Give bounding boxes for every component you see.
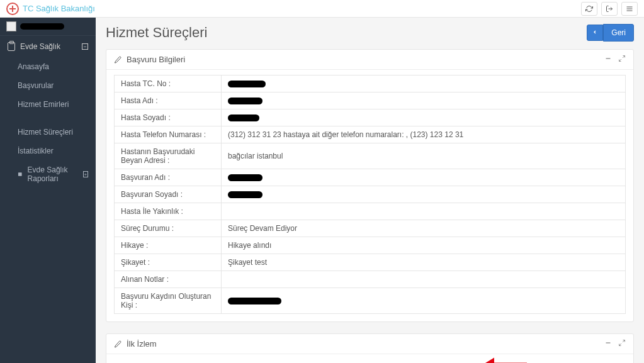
arrow-callout-icon [479, 356, 529, 363]
sidebar-item-hizmet-surecleri[interactable]: Hizmet Süreçleri [0, 123, 96, 142]
panel-basvuru-bilgileri: Başvuru Bilgileri Hasta TC. No :Hasta Ad… [106, 49, 634, 322]
table-row: Süreç Durumu :Süreç Devam Ediyor [115, 220, 626, 237]
brand: TC Sağlık Bakanlığı [6, 3, 95, 15]
brand-logo-icon [6, 3, 19, 15]
field-value [222, 75, 626, 92]
redacted-value [228, 81, 266, 87]
back-button[interactable]: Geri [587, 24, 634, 42]
field-label: Hasta Telefon Numarası : [115, 126, 222, 143]
redacted-value [228, 191, 263, 198]
minus-icon [604, 55, 612, 62]
panel-header: İlk İzlem [106, 334, 633, 354]
table-row: Hastanın Başvurudaki Beyan Adresi :bağcı… [115, 143, 626, 169]
sidebar-item-istatistikler[interactable]: İstatistikler [0, 142, 96, 160]
info-table: Hasta TC. No :Hasta Adı :Hasta Soyadı :H… [114, 75, 626, 314]
topbar: TC Sağlık Bakanlığı [0, 0, 644, 18]
svg-marker-10 [479, 358, 527, 363]
panel-title: İlk İzlem [127, 339, 157, 349]
sidebar-section-label: Evde Sağlık [20, 42, 60, 51]
panel-ilk-izlem: İlk İzlem Bireyin izlemlerinde girilen "… [106, 333, 634, 363]
user-panel [0, 18, 96, 36]
menu-icon [626, 5, 633, 13]
svg-rect-3 [18, 172, 22, 176]
brand-title: TC Sağlık Bakanlığı [23, 4, 95, 13]
sidebar-section-header[interactable]: Evde Sağlık − [0, 36, 96, 57]
sidebar-item-label: Evde Sağlık Raporları [28, 165, 83, 183]
table-row: Alınan Notlar : [115, 271, 626, 288]
refresh-button[interactable] [581, 2, 597, 16]
redacted-value [228, 298, 281, 304]
table-row: Hasta Soyadı : [115, 109, 626, 126]
table-row: Hikaye :Hikaye alındı [115, 237, 626, 254]
logout-button[interactable] [601, 2, 618, 16]
panel-expand-button[interactable] [618, 339, 626, 349]
panel-expand-button[interactable] [618, 55, 626, 64]
table-row: Başvuran Soyadı : [115, 186, 626, 203]
table-row: Hasta Adı : [115, 92, 626, 109]
svg-line-9 [619, 343, 622, 346]
field-label: Hasta Soyadı : [115, 109, 222, 126]
redacted-value [228, 174, 263, 181]
panel-title: Başvuru Bilgileri [127, 55, 185, 64]
sidebar-item-label: İstatistikler [18, 147, 54, 155]
menu-button[interactable] [621, 2, 638, 16]
field-value: (312) 312 31 23 hastaya ait diğer telefo… [222, 126, 626, 143]
user-name-redacted [20, 23, 64, 30]
sidebar-item-hizmet-emirleri[interactable]: Hizmet Emirleri [0, 95, 96, 114]
field-label: Başvuran Soyadı : [115, 186, 222, 203]
redacted-value [228, 114, 259, 121]
sidebar-item-raporlari[interactable]: Evde Sağlık Raporları + [0, 160, 96, 188]
collapse-icon: − [82, 43, 88, 50]
panel-collapse-button[interactable] [604, 339, 612, 349]
user-avatar [6, 21, 16, 31]
fullscreen-icon [618, 339, 626, 347]
field-value [222, 186, 626, 203]
chevron-left-icon [587, 25, 603, 41]
table-row: Başvuran Adı : [115, 169, 626, 186]
main-content: Hizmet Süreçleri Geri Başvuru Bilgileri [96, 18, 644, 363]
table-row: Şikayet :Şikayet test [115, 254, 626, 271]
field-value [222, 109, 626, 126]
panel-header: Başvuru Bilgileri [106, 50, 633, 70]
table-row: Başvuru Kaydını Oluşturan Kişi : [115, 288, 626, 314]
field-label: Şikayet : [115, 254, 222, 271]
edit-icon [114, 56, 121, 64]
field-label: Hikaye : [115, 237, 222, 254]
clipboard-icon [8, 42, 15, 51]
field-value: Şikayet test [222, 254, 626, 271]
back-button-label: Geri [603, 24, 634, 42]
sidebar: Evde Sağlık − Anasayfa Başvurular Hizmet… [0, 18, 96, 363]
field-label: Süreç Durumu : [115, 220, 222, 237]
svg-line-8 [623, 340, 625, 343]
svg-line-5 [623, 56, 625, 59]
field-value [222, 169, 626, 186]
field-value [222, 288, 626, 314]
expand-icon: + [83, 171, 88, 177]
sidebar-item-anasayfa[interactable]: Anasayfa [0, 57, 96, 76]
top-actions [581, 2, 638, 16]
field-label: Hasta Adı : [115, 92, 222, 109]
field-label: Hasta TC. No : [115, 75, 222, 92]
sidebar-item-label: Anasayfa [18, 62, 49, 71]
sidebar-item-basvurular[interactable]: Başvurular [0, 76, 96, 95]
refresh-icon [585, 5, 593, 13]
redacted-value [228, 98, 263, 104]
field-value [222, 203, 626, 220]
table-row: Hasta İle Yakınlık : [115, 203, 626, 220]
panel-collapse-button[interactable] [604, 55, 612, 64]
field-value [222, 271, 626, 288]
sidebar-item-label: Hizmet Emirleri [18, 100, 69, 109]
sidebar-item-label: Hizmet Süreçleri [18, 128, 73, 137]
field-value: Süreç Devam Ediyor [222, 220, 626, 237]
field-label: Hasta İle Yakınlık : [115, 203, 222, 220]
field-label: Başvuru Kaydını Oluşturan Kişi : [115, 288, 222, 314]
minus-icon [604, 339, 612, 347]
edit-icon [114, 340, 121, 348]
fullscreen-icon [618, 55, 626, 62]
field-value: Hikaye alındı [222, 237, 626, 254]
field-label: Başvuran Adı : [115, 169, 222, 186]
field-value: bağcılar istanbul [222, 143, 626, 169]
table-row: Hasta TC. No : [115, 75, 626, 92]
table-row: Hasta Telefon Numarası :(312) 312 31 23 … [115, 126, 626, 143]
svg-line-6 [619, 59, 622, 62]
